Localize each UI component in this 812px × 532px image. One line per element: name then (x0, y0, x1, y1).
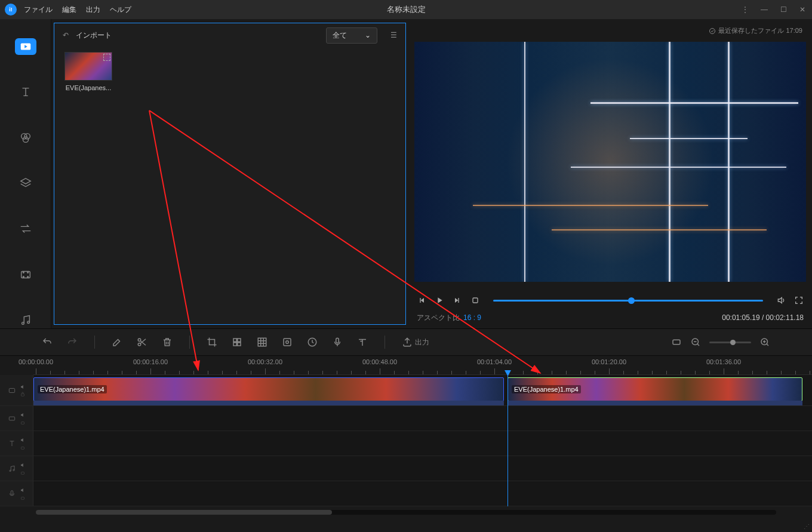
ruler-label: 00:00:48.00 (362, 358, 397, 365)
tracks: EVE(Japanese)1.mp4 EVE(Japanese)1.mp4 (0, 375, 812, 506)
list-view-icon[interactable]: ☰ (390, 31, 397, 39)
ruler-label: 00:00:16.00 (133, 358, 168, 365)
svg-rect-29 (9, 417, 14, 420)
maximize-button[interactable]: ☐ (779, 5, 788, 14)
timeline-scrollbar[interactable] (0, 506, 812, 518)
clip-2[interactable]: EVE(Japanese)1.mp4 (508, 377, 802, 401)
track-head-text (0, 431, 33, 456)
preview-panel: 最近保存したファイル 17:09 アスペクト比 16 : 9 00:01:05.… (408, 19, 812, 328)
overlay-track[interactable] (0, 406, 812, 431)
next-frame-button[interactable] (453, 296, 462, 305)
zoom-slider[interactable] (709, 342, 751, 343)
zoom-out-button[interactable] (690, 337, 701, 348)
svg-point-21 (286, 341, 289, 344)
zoom-in-button[interactable] (759, 337, 770, 348)
track-head-voice (0, 481, 33, 506)
svg-rect-28 (21, 393, 24, 396)
window-title: 名称未設定 (387, 4, 426, 15)
prev-frame-button[interactable] (417, 296, 426, 305)
svg-rect-36 (21, 497, 24, 499)
playhead[interactable] (508, 375, 508, 506)
freeze-tool[interactable] (282, 337, 293, 348)
tab-text[interactable] (15, 84, 36, 100)
timeline: 00:00:00.0000:00:16.0000:00:32.0000:00:4… (0, 356, 812, 506)
svg-point-2 (24, 133, 30, 139)
preview-viewport[interactable] (414, 42, 806, 282)
edit-tool[interactable] (112, 337, 122, 348)
fullscreen-button[interactable] (794, 296, 804, 305)
text-tool[interactable] (357, 337, 368, 348)
import-button[interactable]: インポート (76, 30, 112, 41)
timeline-ruler[interactable]: 00:00:00.0000:00:16.0000:00:32.0000:00:4… (33, 356, 812, 375)
svg-point-6 (27, 272, 28, 273)
tab-audio[interactable] (15, 312, 36, 328)
svg-point-8 (27, 276, 28, 277)
ruler-label: 00:00:00.00 (19, 358, 53, 365)
svg-rect-16 (238, 339, 241, 342)
stop-button[interactable] (470, 296, 480, 305)
progress-knob[interactable] (628, 297, 635, 304)
svg-point-3 (23, 137, 28, 142)
audio-track[interactable] (0, 456, 812, 481)
progress-bar[interactable] (493, 300, 763, 302)
titlebar: i! ファイル 編集 出力 ヘルプ 名称未設定 ⋮ — ☐ ✕ (0, 0, 812, 19)
timeline-toolbar: 出力 (0, 328, 812, 356)
tab-overlays[interactable] (15, 175, 36, 192)
svg-point-32 (9, 470, 10, 471)
menu-help[interactable]: ヘルプ (110, 5, 131, 15)
redo-button[interactable] (67, 337, 78, 348)
zoom-fit-button[interactable] (671, 337, 682, 348)
svg-rect-12 (473, 298, 478, 303)
svg-point-10 (27, 321, 29, 324)
mosaic-tool[interactable] (232, 337, 242, 348)
delete-tool[interactable] (162, 337, 173, 348)
svg-rect-24 (673, 340, 680, 345)
speed-tool[interactable] (307, 337, 318, 348)
filter-label: 全て (333, 30, 347, 41)
svg-point-5 (23, 272, 24, 273)
volume-button[interactable] (776, 296, 786, 305)
media-filter-dropdown[interactable]: 全て ⌄ (326, 27, 377, 44)
save-info: 最近保存したファイル 17:09 (709, 26, 802, 35)
menu-edit[interactable]: 編集 (62, 5, 76, 15)
voiceover-tool[interactable] (332, 337, 343, 348)
clip-1[interactable]: EVE(Japanese)1.mp4 (33, 377, 504, 401)
svg-rect-34 (21, 472, 24, 474)
aspect-value[interactable]: 16 : 9 (463, 313, 481, 322)
tab-filters[interactable] (15, 130, 36, 146)
close-button[interactable]: ✕ (798, 5, 807, 14)
tab-media[interactable] (15, 38, 36, 55)
export-button[interactable]: 出力 (402, 337, 429, 348)
app-logo: i! (5, 4, 17, 16)
crop-tool[interactable] (207, 337, 217, 348)
ruler-label: 00:01:36.00 (706, 358, 741, 365)
video-track[interactable]: EVE(Japanese)1.mp4 EVE(Japanese)1.mp4 (0, 375, 812, 406)
grid-tool[interactable] (257, 337, 267, 348)
transport-controls (414, 290, 806, 310)
svg-rect-20 (284, 339, 291, 346)
minimize-button[interactable]: — (759, 5, 769, 14)
undo-button[interactable] (42, 337, 53, 348)
text-track[interactable] (0, 431, 812, 456)
svg-rect-30 (21, 422, 24, 424)
aspect-label: アスペクト比 (417, 313, 460, 323)
tab-elements[interactable] (15, 266, 36, 282)
play-button[interactable] (435, 296, 444, 305)
split-tool[interactable] (137, 337, 147, 348)
side-tabs (0, 19, 51, 328)
more-icon[interactable]: ⋮ (740, 5, 750, 14)
svg-rect-17 (233, 343, 236, 346)
menu-file[interactable]: ファイル (24, 5, 53, 15)
resize-grip[interactable]: ⋰ (804, 523, 810, 530)
undo-import-icon[interactable]: ↶ (63, 31, 69, 39)
svg-rect-19 (258, 338, 266, 346)
tab-transitions[interactable] (15, 220, 36, 237)
voice-track[interactable] (0, 481, 812, 506)
track-head-overlay (0, 406, 33, 430)
svg-rect-15 (233, 339, 236, 342)
ruler-label: 00:01:20.00 (592, 358, 626, 365)
svg-point-33 (13, 469, 14, 471)
menu-output[interactable]: 出力 (86, 5, 100, 15)
time-display: 00:01:05.19 / 00:02:11.18 (722, 313, 804, 322)
media-item[interactable]: EVE(Japanes... (63, 52, 114, 91)
